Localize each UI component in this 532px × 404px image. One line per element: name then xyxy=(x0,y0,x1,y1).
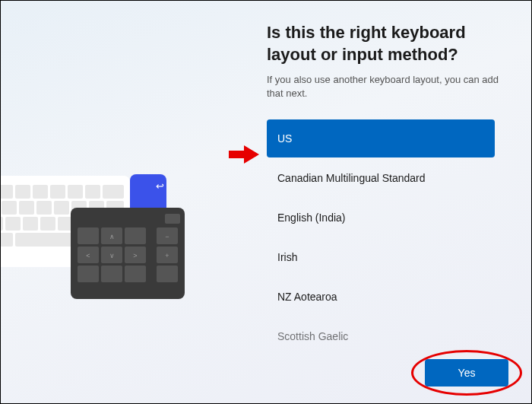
svg-text:↩: ↩ xyxy=(156,180,164,192)
svg-rect-32 xyxy=(103,233,124,247)
svg-text:>: > xyxy=(133,252,137,259)
svg-rect-6 xyxy=(50,185,65,199)
layout-option-us[interactable]: US xyxy=(267,119,495,157)
svg-rect-22 xyxy=(23,217,38,231)
svg-rect-15 xyxy=(54,201,69,215)
svg-rect-40 xyxy=(78,247,99,263)
svg-rect-31 xyxy=(86,233,101,247)
layout-option-label: Scottish Gaelic xyxy=(277,330,348,342)
svg-rect-37 xyxy=(78,227,99,244)
yes-button-label: Yes xyxy=(458,367,476,379)
layout-option-nz-aotearoa[interactable]: NZ Aotearoa xyxy=(267,278,495,316)
svg-rect-41 xyxy=(101,247,122,263)
page-subtitle: If you also use another keyboard layout,… xyxy=(267,73,510,100)
svg-text:∧: ∧ xyxy=(109,233,115,240)
layout-option-label: English (India) xyxy=(277,212,346,224)
svg-rect-5 xyxy=(33,185,48,199)
svg-text:<: < xyxy=(86,252,90,259)
svg-rect-4 xyxy=(15,185,30,199)
svg-rect-24 xyxy=(58,217,73,231)
svg-rect-14 xyxy=(36,201,52,215)
svg-rect-38 xyxy=(101,227,122,244)
keyboard-illustration: ↩ ∧ <∨> −+ xyxy=(1,153,214,313)
svg-rect-47 xyxy=(157,247,178,263)
svg-rect-13 xyxy=(19,201,34,215)
svg-rect-8 xyxy=(85,185,100,199)
layout-option-label: NZ Aotearoa xyxy=(277,291,337,303)
pointer-arrow-annotation xyxy=(229,145,259,164)
svg-rect-26 xyxy=(93,217,124,231)
layout-option-label: US xyxy=(277,132,292,145)
svg-rect-39 xyxy=(125,227,146,244)
svg-rect-7 xyxy=(68,185,83,199)
svg-rect-33 xyxy=(130,174,166,226)
svg-text:−: − xyxy=(165,233,169,240)
svg-rect-3 xyxy=(1,185,13,199)
svg-rect-9 xyxy=(103,185,124,199)
svg-text:∨: ∨ xyxy=(109,252,115,259)
svg-rect-43 xyxy=(78,266,99,282)
layout-option-label: Canadian Multilingual Standard xyxy=(277,172,426,184)
yes-button[interactable]: Yes xyxy=(425,359,508,387)
svg-rect-48 xyxy=(157,266,178,282)
oobe-panel: Is this the right keyboard layout or inp… xyxy=(267,22,510,357)
svg-text:+: + xyxy=(165,252,169,259)
layout-option-label: Irish xyxy=(277,251,297,263)
svg-rect-30 xyxy=(15,233,84,247)
svg-rect-20 xyxy=(1,217,3,231)
svg-rect-46 xyxy=(157,227,178,244)
page-title: Is this the right keyboard layout or inp… xyxy=(267,22,510,65)
svg-rect-12 xyxy=(2,201,17,215)
layout-option-irish[interactable]: Irish xyxy=(267,238,495,276)
svg-rect-44 xyxy=(101,266,122,282)
svg-rect-23 xyxy=(40,217,55,231)
svg-rect-17 xyxy=(89,201,104,215)
layout-option-canadian-multilingual[interactable]: Canadian Multilingual Standard xyxy=(267,159,495,197)
svg-rect-16 xyxy=(71,201,87,215)
layout-option-english-india[interactable]: English (India) xyxy=(267,199,495,237)
svg-rect-29 xyxy=(1,233,13,247)
svg-rect-18 xyxy=(106,201,124,215)
svg-rect-25 xyxy=(75,217,90,231)
svg-rect-42 xyxy=(125,247,146,263)
svg-rect-0 xyxy=(1,176,130,267)
svg-rect-45 xyxy=(125,266,146,282)
svg-rect-21 xyxy=(5,217,21,231)
layout-option-scottish-gaelic[interactable]: Scottish Gaelic xyxy=(267,317,495,355)
keyboard-layout-list: US Canadian Multilingual Standard Englis… xyxy=(267,119,495,355)
svg-rect-35 xyxy=(71,208,185,299)
svg-rect-36 xyxy=(165,214,180,224)
